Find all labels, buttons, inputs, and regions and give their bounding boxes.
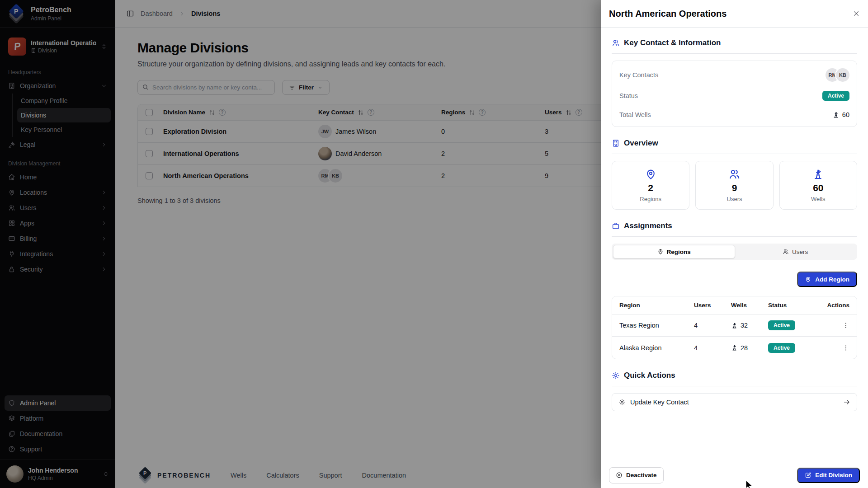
status-badge: Active — [768, 343, 795, 353]
oil-derrick-icon — [731, 322, 738, 329]
stat-card-wells: 60 Wells — [779, 161, 857, 210]
panel-title: North American Operations — [609, 9, 726, 19]
info-row-contacts: Key Contacts RM KB — [612, 64, 857, 86]
edit-division-button[interactable]: Edit Division — [797, 468, 860, 483]
section-overview: Overview — [612, 139, 857, 148]
row-actions-kebab-icon[interactable] — [842, 344, 849, 352]
panel-footer: Deactivate Edit Division — [601, 462, 868, 488]
info-row-total-wells: Total Wells 60 — [612, 105, 857, 124]
building-icon — [612, 139, 620, 147]
region-row: Texas Region 4 32 Active — [612, 314, 857, 337]
oil-derrick-icon — [832, 111, 840, 118]
close-icon[interactable] — [853, 10, 860, 17]
assignments-tabs: Regions Users — [612, 244, 857, 260]
edit-icon — [805, 472, 811, 479]
key-contact-card: Key Contacts RM KB Status Active Total W… — [612, 61, 857, 127]
update-key-contact-action[interactable]: Update Key Contact — [612, 393, 857, 411]
region-row: Alaska Region 4 28 Active — [612, 337, 857, 359]
row-actions-kebab-icon[interactable] — [842, 322, 849, 329]
stat-card-regions: 2 Regions — [612, 161, 689, 210]
overview-stats: 2 Regions 9 Users 60 Wells — [612, 161, 857, 210]
oil-derrick-icon — [731, 344, 738, 351]
gear-icon — [618, 399, 626, 406]
stat-card-users: 9 Users — [695, 161, 773, 210]
regions-table-header: Region Users Wells Status Actions — [612, 296, 857, 314]
info-row-status: Status Active — [612, 86, 857, 105]
tab-regions[interactable]: Regions — [613, 245, 735, 258]
key-contacts-avatars: RM KB — [826, 68, 849, 82]
section-key-contact: Key Contact & Information — [612, 38, 857, 47]
status-badge: Active — [822, 91, 849, 101]
status-badge: Active — [768, 320, 795, 330]
oil-derrick-icon — [812, 168, 824, 180]
regions-table: Region Users Wells Status Actions Texas … — [612, 296, 857, 359]
briefcase-icon — [612, 222, 620, 230]
map-pin-icon — [645, 168, 657, 180]
map-pin-icon — [657, 249, 664, 255]
section-quick-actions: Quick Actions — [612, 371, 857, 380]
add-region-button[interactable]: Add Region — [797, 272, 857, 287]
deactivate-icon — [616, 472, 623, 479]
section-assignments: Assignments — [612, 221, 857, 230]
users-icon — [728, 168, 741, 180]
users-icon — [612, 39, 620, 47]
map-pin-icon — [805, 276, 811, 283]
panel-body: Key Contact & Information Key Contacts R… — [601, 28, 868, 462]
app-root: P PetroBench Admin Panel P International… — [0, 0, 868, 488]
arrow-right-icon — [843, 399, 850, 406]
users-icon — [783, 249, 789, 255]
deactivate-button[interactable]: Deactivate — [609, 467, 664, 483]
division-detail-panel: North American Operations Key Contact & … — [601, 0, 868, 488]
gear-icon — [612, 371, 620, 380]
panel-header: North American Operations — [601, 0, 868, 28]
tab-users[interactable]: Users — [735, 245, 856, 258]
